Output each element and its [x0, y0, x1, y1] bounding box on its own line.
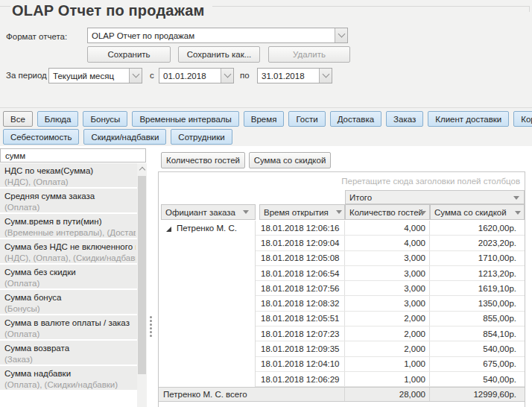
category-tabs-row-1: Все Блюда Бонусы Временные интервалы Вре…: [3, 111, 532, 127]
report-settings-panel: OLAP Отчет по продажам Формат отчета: OL…: [0, 0, 532, 146]
date-from-picker[interactable]: 01.01.2018: [159, 68, 234, 83]
total-guest-count: 28,000: [345, 388, 430, 401]
save-button[interactable]: Сохранить: [87, 46, 171, 63]
list-item[interactable]: Средняя сумма заказа (Оплата): [0, 189, 147, 214]
period-preset-value: Текущий месяц: [49, 69, 129, 83]
delete-button[interactable]: Удалить: [268, 46, 350, 63]
report-workspace: НДС по чекам(Сумма) (НДС), (Оплата) Сред…: [0, 146, 532, 407]
report-format-value: OLAP Отчет по продажам: [88, 28, 335, 42]
table-row[interactable]: 18.01.2018 12:09:044,0002023,20р.: [256, 236, 525, 250]
save-as-button[interactable]: Сохранить как...: [178, 46, 260, 63]
band-header-total[interactable]: Итого: [345, 190, 525, 204]
list-item[interactable]: НДС по чекам(Сумма) (НДС), (Оплата): [0, 163, 147, 189]
group-total-row: Петренко М. С. всего 28,000 12999,60р.: [159, 387, 525, 402]
tab-corporation[interactable]: Корпорация: [513, 111, 532, 127]
splitter-handle[interactable]: [150, 316, 152, 337]
period-preset-select[interactable]: Текущий месяц: [48, 68, 142, 83]
list-item[interactable]: Сумм.время в пути(мин) (Временные интерв…: [0, 214, 147, 239]
expand-collapse-icon[interactable]: [165, 226, 172, 233]
measures-list: НДС по чекам(Сумма) (НДС), (Оплата) Сред…: [0, 163, 147, 407]
filter-arrow-icon[interactable]: [515, 211, 521, 215]
list-item[interactable]: Сумма возврата (Заказ): [0, 341, 147, 366]
tab-employees[interactable]: Сотрудники: [171, 129, 232, 145]
table-row[interactable]: 18.01.2018 12:05:083,0001710,00р.: [256, 251, 525, 266]
date-from-value: 01.01.2018: [159, 69, 221, 83]
scrollbar-thumb[interactable]: [138, 176, 146, 374]
to-label: по: [240, 71, 250, 80]
sidebar-scrollbar[interactable]: [137, 163, 147, 407]
table-row[interactable]: 18.01.2018 12:06:291,000540,00р.: [256, 372, 525, 387]
title-row: OLAP Отчет по продажам: [0, 0, 530, 19]
chevron-down-icon: [224, 71, 231, 78]
column-header-guest-count[interactable]: Количество гостей: [345, 204, 430, 220]
page-title: OLAP Отчет по продажам: [10, 0, 212, 19]
measure-search-input[interactable]: [0, 148, 146, 163]
column-header-waiter[interactable]: Официант заказа: [161, 204, 256, 220]
title-border-left: [0, 6, 10, 7]
table-row[interactable]: 18.01.2018 12:06:543,0001213,20р.: [256, 266, 525, 281]
table-row[interactable]: 18.01.2018 12:08:323,0001350,00р.: [256, 296, 525, 311]
table-row[interactable]: 18.01.2018 12:09:352,000540,00р.: [256, 341, 525, 356]
filter-arrow-icon[interactable]: [420, 211, 426, 215]
list-item[interactable]: Сумма надбавки (Оплата), (Скидки/надбавк…: [0, 366, 147, 391]
category-filter-tabs: Все Блюда Бонусы Временные интервалы Вре…: [3, 111, 532, 145]
report-format-label: Формат отчета:: [6, 32, 67, 41]
list-item[interactable]: Сумма в валюте оплаты / заказ (Оплата): [0, 315, 147, 341]
table-row[interactable]: 18.01.2018 12:07:232,000854,10р.: [256, 326, 525, 341]
grid-rows: 18.01.2018 12:06:164,0001620,00р. 18.01.…: [256, 221, 525, 387]
category-tabs-row-2: Себестоимость Скидки/надбавки Сотрудники: [3, 129, 532, 145]
filter-arrow-icon[interactable]: [243, 210, 249, 214]
report-format-select[interactable]: OLAP Отчет по продажам: [87, 28, 348, 43]
tab-guests[interactable]: Гости: [288, 111, 325, 127]
tab-time-intervals[interactable]: Временные интервалы: [132, 111, 238, 127]
tab-all[interactable]: Все: [3, 111, 33, 127]
total-discounted-sum: 12999,60р.: [430, 388, 525, 401]
tab-delivery-client[interactable]: Клиент доставки: [428, 111, 509, 127]
dropdown-arrow-icon[interactable]: [513, 196, 519, 200]
list-item[interactable]: Сумма без НДС не включенного в счет (НДС…: [0, 239, 147, 265]
period-label: За период: [6, 71, 47, 80]
dropdown-button[interactable]: [221, 69, 233, 83]
tab-bonuses[interactable]: Бонусы: [83, 111, 127, 127]
column-header-discounted-sum[interactable]: Сумма со скидкой: [430, 204, 525, 220]
dropdown-button[interactable]: [319, 69, 332, 83]
section-divider: [0, 107, 532, 108]
date-to-value: 31.01.2018: [258, 69, 319, 83]
tab-order[interactable]: Заказ: [386, 111, 423, 127]
tab-dishes[interactable]: Блюда: [37, 111, 79, 127]
pivot-grid-panel: Количество гостей Сумма со скидкой Перет…: [158, 146, 532, 407]
chevron-down-icon: [338, 31, 345, 38]
column-drag-hint: Перетащите сюда заголовки полей столбцов: [341, 177, 520, 186]
table-row[interactable]: 18.01.2018 12:05:512,000855,00р.: [256, 312, 525, 326]
measure-chip-sum[interactable]: Сумма со скидкой: [249, 152, 331, 168]
pivot-grid: Перетащите сюда заголовки полей столбцов…: [158, 171, 525, 407]
dropdown-button[interactable]: [335, 28, 347, 42]
table-row[interactable]: 18.01.2018 12:07:563,0001619,10р.: [256, 281, 525, 296]
tab-delivery[interactable]: Доставка: [330, 111, 381, 127]
table-row[interactable]: 18.01.2018 12:04:101,000675,00р.: [256, 357, 525, 372]
chevron-up-icon: [139, 167, 145, 173]
tab-discounts[interactable]: Скидки/надбавки: [83, 129, 166, 145]
measures-sidebar: НДС по чекам(Сумма) (НДС), (Оплата) Сред…: [0, 146, 147, 407]
dropdown-button[interactable]: [129, 69, 142, 83]
table-row[interactable]: 18.01.2018 12:06:164,0001620,00р.: [256, 221, 525, 236]
filter-arrow-icon[interactable]: [336, 210, 342, 214]
list-item[interactable]: Сумма без скидки (Оплата): [0, 265, 147, 290]
column-header-open-time[interactable]: Время открытия: [259, 204, 345, 220]
tab-cost-price[interactable]: Себестоимость: [3, 129, 79, 145]
scroll-up-button[interactable]: [137, 163, 147, 174]
date-to-picker[interactable]: 31.01.2018: [257, 68, 332, 83]
title-border-right: [212, 6, 530, 7]
tab-time[interactable]: Время: [244, 111, 285, 127]
measure-chip-guests[interactable]: Количество гостей: [161, 152, 245, 168]
group-cell-waiter[interactable]: Петренко М. С.: [159, 221, 256, 387]
chevron-down-icon: [322, 71, 329, 78]
chevron-down-icon: [132, 71, 139, 78]
list-item[interactable]: Сумма бонуса (Бонусы): [0, 290, 147, 315]
from-label: с: [150, 71, 154, 80]
total-label: Петренко М. С. всего: [159, 388, 345, 401]
